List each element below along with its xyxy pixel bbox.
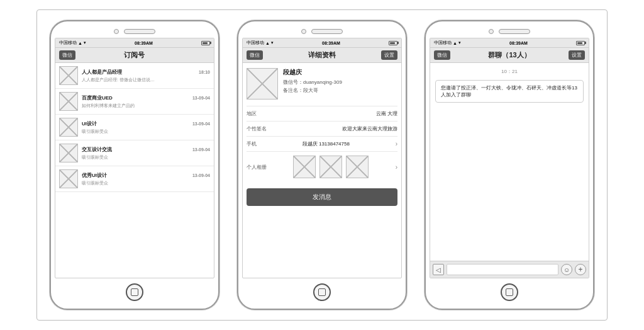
list-item[interactable]: 人人都是产品经理 18:10 人人都是产品经理: 替微会让微信说… (55, 63, 214, 89)
item-title-4: 交互设计交流 13-09-04 (82, 146, 210, 153)
item-sub-4: 吸引眼标受众 (82, 154, 210, 161)
chat-bubble-area: 您邀请了投正泽、一灯大铁、令珑冲、石砰天、冲虚道长等13人加入了群聊 (430, 77, 589, 261)
detail-info: 段越庆 微信号：duanyanqing-309 备注名：段大哥 (283, 68, 397, 100)
signal-icon-3: ▲ (453, 41, 457, 45)
nav-title-3: 群聊（13人） (488, 50, 530, 60)
detail-row-photos[interactable]: 个人相册 › (247, 151, 397, 182)
time-2: 08:39AM (322, 41, 340, 45)
phone-label: 手机 (247, 140, 257, 147)
region-value: 云南 大理 (376, 110, 397, 117)
phone-2-top (242, 26, 402, 38)
settings-btn-2[interactable]: 设置 (381, 50, 397, 60)
nav-bar-3: 微信 群聊（13人） 设置 (430, 48, 589, 63)
arrow-icon-phone: › (396, 140, 397, 147)
detail-header: 段越庆 微信号：duanyanqing-309 备注名：段大哥 (247, 68, 397, 100)
phone-3: 中国移动 ▲ ▾ 08:39AM 微信 群聊（13人） 设置 10：21 (425, 20, 594, 310)
signal-icon-1: ▲ (78, 41, 82, 45)
battery-fill-1 (203, 42, 208, 44)
voice-icon[interactable]: ◁ (433, 264, 444, 275)
item-title-1: 人人都是产品经理 18:10 (82, 69, 210, 76)
signal-icon-2: ▲ (265, 41, 270, 45)
item-title-3: UI设计 13-09-04 (82, 120, 210, 127)
carrier-2: 中国移动 (247, 40, 264, 46)
home-button-3[interactable] (501, 283, 518, 301)
back-btn-2[interactable]: 微信 (247, 50, 263, 60)
battery-fill-3 (577, 42, 582, 44)
page-container: 中国移动 ▲ ▾ 08:39AM 微信 订阅号 (36, 9, 608, 321)
photos-label: 个人相册 (247, 164, 267, 171)
wifi-icon-1: ▾ (84, 40, 86, 45)
chat-content: 10：21 您邀请了投正泽、一灯大铁、令珑冲、石砰天、冲虚道长等13人加入了群聊… (430, 63, 589, 278)
item-icon-5 (59, 169, 78, 188)
phone-1-screen: 中国移动 ▲ ▾ 08:39AM 微信 订阅号 (55, 38, 214, 278)
item-icon-3 (59, 118, 78, 137)
nav-bar-1: 微信 订阅号 (55, 48, 214, 63)
nav-title-1: 订阅号 (124, 50, 145, 60)
status-bar-1: 中国移动 ▲ ▾ 08:39AM (55, 38, 214, 48)
chat-input-bar: ◁ ☺ + (430, 261, 589, 278)
item-sub-5: 吸引眼标受众 (82, 180, 210, 186)
back-btn-1[interactable]: 微信 (59, 50, 75, 60)
speaker-3 (499, 29, 530, 34)
status-bar-3: 中国移动 ▲ ▾ 08:39AM (430, 38, 589, 48)
phone-3-top (430, 26, 589, 38)
photo-thumbnails (293, 156, 369, 178)
status-bar-2: 中国移动 ▲ ▾ 08:39AM (243, 38, 401, 48)
detail-row-phone[interactable]: 手机 段越庆 13138474758 › (247, 136, 397, 151)
chat-bubble: 您邀请了投正泽、一灯大铁、令珑冲、石砰天、冲虚道长等13人加入了群聊 (435, 80, 584, 103)
phone-1-top (55, 26, 214, 38)
carrier-3: 中国移动 (434, 40, 452, 46)
detail-avatar (247, 68, 278, 100)
home-button-1[interactable] (126, 283, 143, 301)
home-button-inner-2 (318, 288, 326, 296)
camera-icon (114, 29, 119, 34)
back-btn-3[interactable]: 微信 (434, 50, 450, 60)
item-title-5: 优秀UI设计 13-09-04 (82, 172, 210, 179)
home-button-inner-1 (131, 288, 138, 296)
battery-fill-2 (390, 42, 395, 44)
region-label: 地区 (247, 110, 257, 117)
camera-icon-2 (301, 29, 306, 34)
item-text-1: 人人都是产品经理 18:10 人人都是产品经理: 替微会让微信说… (82, 69, 210, 83)
settings-btn-3[interactable]: 设置 (569, 50, 585, 60)
nav-title-2: 详细资料 (308, 50, 336, 60)
detail-content: 段越庆 微信号：duanyanqing-309 备注名：段大哥 地区 云南 大理… (243, 63, 401, 278)
item-title-2: 百度商业UED 13-09-04 (82, 94, 210, 101)
phone-2: 中国移动 ▲ ▾ 08:39AM 微信 详细资料 设置 (237, 20, 407, 310)
subscription-list: 人人都是产品经理 18:10 人人都是产品经理: 替微会让微信说… 百度商业UE… (55, 63, 214, 278)
phone-1-bottom (55, 278, 214, 304)
status-left-3: 中国移动 ▲ ▾ (434, 40, 461, 46)
list-item[interactable]: UI设计 13-09-04 吸引眼标受众 (55, 115, 214, 140)
photo-thumb-3 (346, 156, 369, 178)
arrow-icon-photos: › (396, 164, 397, 171)
send-message-btn[interactable]: 发消息 (247, 188, 397, 206)
list-item[interactable]: 百度商业UED 13-09-04 如何利利博客来建立产品的 (55, 89, 214, 115)
time-1: 08:39AM (135, 41, 153, 45)
photo-thumb-2 (319, 156, 342, 178)
battery-3 (576, 41, 585, 45)
chat-time: 10：21 (430, 63, 589, 77)
emoji-icon[interactable]: ☺ (561, 264, 572, 275)
signature-label: 个性签名 (247, 125, 267, 132)
detail-wechat-id: 微信号：duanyanqing-309 (283, 79, 397, 86)
wifi-icon-3: ▾ (458, 40, 461, 45)
detail-name: 段越庆 (283, 68, 397, 77)
list-item[interactable]: 优秀UI设计 13-09-04 吸引眼标受众 (55, 166, 214, 192)
chat-input-field[interactable] (447, 264, 558, 275)
home-button-2[interactable] (313, 283, 331, 301)
battery-2 (389, 41, 397, 45)
item-text-2: 百度商业UED 13-09-04 如何利利博客来建立产品的 (82, 94, 210, 109)
item-icon-4 (59, 144, 78, 162)
status-left-1: 中国移动 ▲ ▾ (59, 40, 86, 46)
battery-1 (201, 41, 210, 45)
item-text-5: 优秀UI设计 13-09-04 吸引眼标受众 (82, 172, 210, 186)
photo-thumb-1 (293, 156, 316, 178)
list-item[interactable]: 交互设计交流 13-09-04 吸引眼标受众 (55, 140, 214, 166)
item-sub-1: 人人都是产品经理: 替微会让微信说… (82, 77, 210, 83)
signature-value: 欢迎大家来云南大理旅游 (342, 125, 397, 132)
phone-2-screen: 中国移动 ▲ ▾ 08:39AM 微信 详细资料 设置 (242, 38, 402, 278)
carrier-1: 中国移动 (59, 40, 77, 46)
status-left-2: 中国移动 ▲ ▾ (247, 40, 274, 46)
add-icon[interactable]: + (575, 264, 586, 275)
item-text-4: 交互设计交流 13-09-04 吸引眼标受众 (82, 146, 210, 161)
